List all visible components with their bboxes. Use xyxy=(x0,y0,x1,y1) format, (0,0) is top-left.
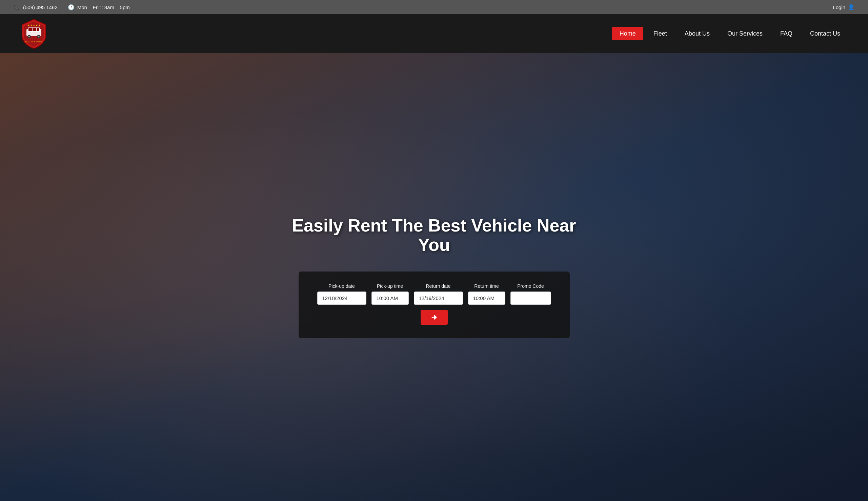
return-time-group: Return time xyxy=(468,284,505,305)
logo-icon: ★ ★ ★ ★ ★ HECTOR'S WHIPS xyxy=(20,19,47,49)
hero-section: Easily Rent The Best Vehicle Near You Pi… xyxy=(0,53,868,501)
svg-rect-4 xyxy=(33,28,36,31)
pickup-time-input[interactable] xyxy=(372,291,409,305)
svg-text:★ ★ ★ ★ ★: ★ ★ ★ ★ ★ xyxy=(28,24,40,26)
top-bar: 📞 (509) 495 1462 🕐 Mon – Fri :: 8am – 5p… xyxy=(0,0,868,14)
nav-links: Home Fleet About Us Our Services FAQ Con… xyxy=(612,30,848,37)
nav-item-fleet[interactable]: Fleet xyxy=(646,30,674,37)
pickup-time-label: Pick-up time xyxy=(372,284,409,289)
return-time-input[interactable] xyxy=(468,291,505,305)
nav-link-home[interactable]: Home xyxy=(612,27,643,40)
top-bar-left: 📞 (509) 495 1462 🕐 Mon – Fri :: 8am – 5p… xyxy=(13,4,130,11)
nav-item-home[interactable]: Home xyxy=(612,30,643,37)
nav-link-services[interactable]: Our Services xyxy=(720,27,770,40)
user-icon: 👤 xyxy=(848,4,855,10)
login-area[interactable]: Login 👤 xyxy=(833,4,855,10)
return-time-label: Return time xyxy=(468,284,505,289)
clock-icon: 🕐 xyxy=(68,4,75,11)
nav-item-services[interactable]: Our Services xyxy=(720,30,770,37)
phone-number: (509) 495 1462 xyxy=(23,4,57,10)
navbar: ★ ★ ★ ★ ★ HECTOR'S WHIPS Home Fleet Abou… xyxy=(0,14,868,53)
return-date-group: Return date xyxy=(414,284,463,305)
promo-input[interactable] xyxy=(511,291,551,305)
phone-info: 📞 (509) 495 1462 xyxy=(13,4,57,11)
nav-item-contact[interactable]: Contact Us xyxy=(803,30,848,37)
nav-link-contact[interactable]: Contact Us xyxy=(803,27,848,40)
phone-icon: 📞 xyxy=(13,4,20,11)
arrow-right-icon xyxy=(430,313,438,321)
nav-link-about[interactable]: About Us xyxy=(677,27,717,40)
pickup-time-group: Pick-up time xyxy=(372,284,409,305)
svg-point-7 xyxy=(29,35,30,37)
login-label[interactable]: Login xyxy=(833,4,845,10)
pickup-date-group: Pick-up date xyxy=(317,284,366,305)
nav-link-fleet[interactable]: Fleet xyxy=(646,27,674,40)
svg-rect-3 xyxy=(29,28,32,31)
pickup-date-input[interactable] xyxy=(317,291,366,305)
svg-text:HECTOR'S WHIPS: HECTOR'S WHIPS xyxy=(25,41,42,43)
hours-info: 🕐 Mon – Fri :: 8am – 5pm xyxy=(68,4,130,11)
promo-label: Promo Code xyxy=(511,284,551,289)
nav-item-about[interactable]: About Us xyxy=(677,30,717,37)
hero-title: Easily Rent The Best Vehicle Near You xyxy=(288,216,580,255)
return-date-label: Return date xyxy=(414,284,463,289)
hero-content: Easily Rent The Best Vehicle Near You Pi… xyxy=(282,216,587,338)
return-date-input[interactable] xyxy=(414,291,463,305)
svg-rect-5 xyxy=(36,28,39,31)
svg-point-9 xyxy=(38,35,40,37)
promo-code-group: Promo Code xyxy=(511,284,551,305)
pickup-date-label: Pick-up date xyxy=(317,284,366,289)
booking-form: Pick-up date Pick-up time Return date Re… xyxy=(299,271,570,338)
nav-link-faq[interactable]: FAQ xyxy=(773,27,800,40)
search-button[interactable] xyxy=(421,310,448,325)
logo-area: ★ ★ ★ ★ ★ HECTOR'S WHIPS xyxy=(20,19,47,49)
nav-item-faq[interactable]: FAQ xyxy=(773,30,800,37)
business-hours: Mon – Fri :: 8am – 5pm xyxy=(77,4,130,10)
